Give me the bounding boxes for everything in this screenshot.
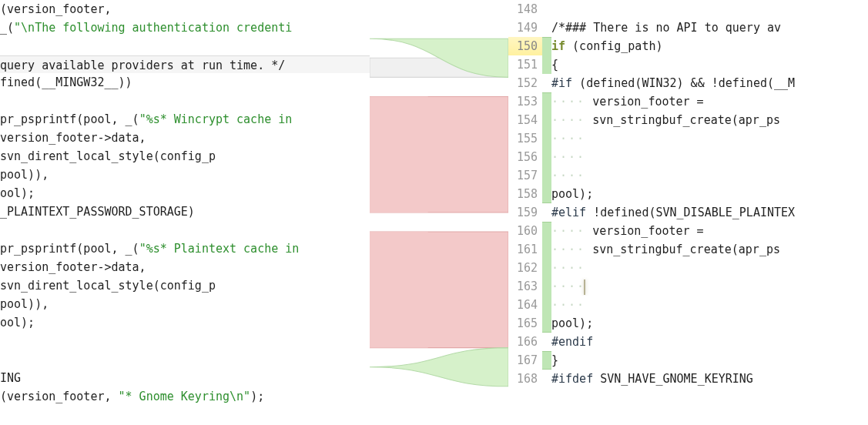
left-line[interactable]: pool)), bbox=[0, 166, 370, 184]
right-line[interactable]: ···· version_footer = bbox=[542, 92, 868, 111]
right-line[interactable]: ···· bbox=[542, 129, 868, 148]
right-line[interactable]: ···· bbox=[542, 148, 868, 166]
right-line[interactable]: if (config_path) bbox=[542, 37, 868, 55]
right-line[interactable]: ···· svn_stringbuf_create(apr_ps bbox=[542, 240, 868, 259]
line-number[interactable]: 159 bbox=[508, 203, 542, 222]
change-marker bbox=[542, 37, 551, 55]
line-number[interactable]: 166 bbox=[508, 333, 542, 351]
right-line[interactable]: ···· bbox=[542, 166, 868, 185]
left-line[interactable]: pool)), bbox=[0, 295, 370, 313]
right-line[interactable]: /*### There is no API to query av bbox=[542, 18, 868, 37]
right-line[interactable]: pool); bbox=[542, 314, 868, 333]
change-marker bbox=[542, 55, 551, 74]
right-source-pane[interactable]: /*### There is no API to query av if (co… bbox=[542, 0, 868, 425]
change-marker bbox=[542, 148, 551, 166]
line-number[interactable]: 164 bbox=[508, 296, 542, 314]
change-marker bbox=[542, 0, 551, 18]
left-line[interactable]: fined(__MINGW32__)) bbox=[0, 73, 370, 92]
change-marker bbox=[542, 203, 551, 222]
line-number[interactable]: 161 bbox=[508, 240, 542, 259]
change-marker bbox=[542, 129, 551, 148]
left-line[interactable] bbox=[0, 332, 370, 350]
line-number[interactable]: 165 bbox=[508, 314, 542, 333]
line-number[interactable]: 158 bbox=[508, 185, 542, 203]
change-marker bbox=[542, 277, 551, 296]
line-number[interactable]: 156 bbox=[508, 148, 542, 166]
line-number[interactable]: 162 bbox=[508, 259, 542, 277]
line-number[interactable]: 155 bbox=[508, 129, 542, 148]
right-line[interactable]: { bbox=[542, 55, 868, 74]
change-marker bbox=[542, 259, 551, 277]
line-number[interactable]: 153 bbox=[508, 92, 542, 111]
right-line[interactable]: ···· version_footer = bbox=[542, 222, 868, 240]
change-marker bbox=[542, 240, 551, 259]
deleted-block-indicator bbox=[370, 96, 428, 212]
line-number-gutter[interactable]: 1481491501511521531541551561571581591601… bbox=[508, 0, 542, 425]
right-line[interactable]: pool); bbox=[542, 185, 868, 203]
right-line[interactable] bbox=[542, 0, 868, 18]
change-marker bbox=[542, 222, 551, 240]
line-number[interactable]: 168 bbox=[508, 370, 542, 388]
left-line[interactable] bbox=[0, 221, 370, 239]
right-line[interactable]: #elif !defined(SVN_DISABLE_PLAINTEX bbox=[542, 203, 868, 222]
change-marker bbox=[542, 296, 551, 314]
line-number[interactable]: 163 bbox=[508, 277, 542, 296]
change-marker bbox=[542, 314, 551, 333]
left-source-pane[interactable]: (version_footer, _("\nThe following auth… bbox=[0, 0, 370, 425]
right-line[interactable]: ···· bbox=[542, 296, 868, 314]
change-marker bbox=[542, 333, 551, 351]
left-line[interactable]: version_footer->data, bbox=[0, 258, 370, 276]
left-line[interactable]: svn_dirent_local_style(config_p bbox=[0, 276, 370, 295]
left-line[interactable]: _PLAINTEXT_PASSWORD_STORAGE) bbox=[0, 202, 370, 221]
diff-connector-shape bbox=[370, 348, 508, 387]
change-marker bbox=[542, 185, 551, 203]
line-number[interactable]: 149 bbox=[508, 18, 542, 37]
line-number[interactable]: 157 bbox=[508, 166, 542, 185]
left-line[interactable]: pr_psprintf(pool, _("%s* Plaintext cache… bbox=[0, 239, 370, 258]
change-marker bbox=[542, 92, 551, 111]
line-number[interactable]: 160 bbox=[508, 222, 542, 240]
diff-view: (version_footer, _("\nThe following auth… bbox=[0, 0, 868, 425]
change-marker bbox=[542, 18, 551, 37]
right-line[interactable]: ···· svn_stringbuf_create(apr_ps bbox=[542, 111, 868, 129]
left-line[interactable]: ool); bbox=[0, 313, 370, 332]
change-marker bbox=[542, 370, 551, 388]
line-number[interactable]: 167 bbox=[508, 351, 542, 370]
left-line[interactable]: (version_footer, "* Gnome Keyring\n"); bbox=[0, 387, 370, 406]
left-line[interactable] bbox=[0, 92, 370, 110]
line-number[interactable]: 150 bbox=[508, 37, 542, 55]
left-line[interactable]: pr_psprintf(pool, _("%s* Wincrypt cache … bbox=[0, 110, 370, 129]
left-line[interactable]: version_footer->data, bbox=[0, 129, 370, 147]
left-line[interactable]: _("\nThe following authentication creden… bbox=[0, 18, 370, 37]
right-line[interactable]: #ifdef SVN_HAVE_GNOME_KEYRING bbox=[542, 370, 868, 388]
right-line[interactable]: ···· bbox=[542, 277, 868, 296]
diff-connector-svg bbox=[370, 0, 508, 425]
change-marker bbox=[542, 166, 551, 185]
line-number[interactable]: 154 bbox=[508, 111, 542, 129]
deleted-block-indicator bbox=[370, 232, 428, 348]
change-marker bbox=[542, 111, 551, 129]
line-number[interactable]: 148 bbox=[508, 0, 542, 18]
diff-connector-column bbox=[370, 0, 508, 425]
line-number[interactable]: 151 bbox=[508, 55, 542, 74]
left-line[interactable]: svn_dirent_local_style(config_p bbox=[0, 147, 370, 166]
change-marker bbox=[542, 351, 551, 370]
line-number[interactable]: 152 bbox=[508, 74, 542, 92]
right-line[interactable]: #endif bbox=[542, 333, 868, 351]
left-line[interactable]: ool); bbox=[0, 184, 370, 202]
left-line[interactable]: ING bbox=[0, 369, 370, 387]
left-line[interactable] bbox=[0, 350, 370, 369]
right-line[interactable]: } bbox=[542, 351, 868, 370]
change-marker bbox=[542, 74, 551, 92]
left-line[interactable] bbox=[0, 37, 370, 55]
left-line[interactable]: (version_footer, bbox=[0, 0, 370, 18]
left-line[interactable]: query available providers at run time. *… bbox=[0, 55, 370, 73]
right-line[interactable]: ···· bbox=[542, 259, 868, 277]
right-line[interactable]: #if (defined(WIN32) && !defined(__M bbox=[542, 74, 868, 92]
